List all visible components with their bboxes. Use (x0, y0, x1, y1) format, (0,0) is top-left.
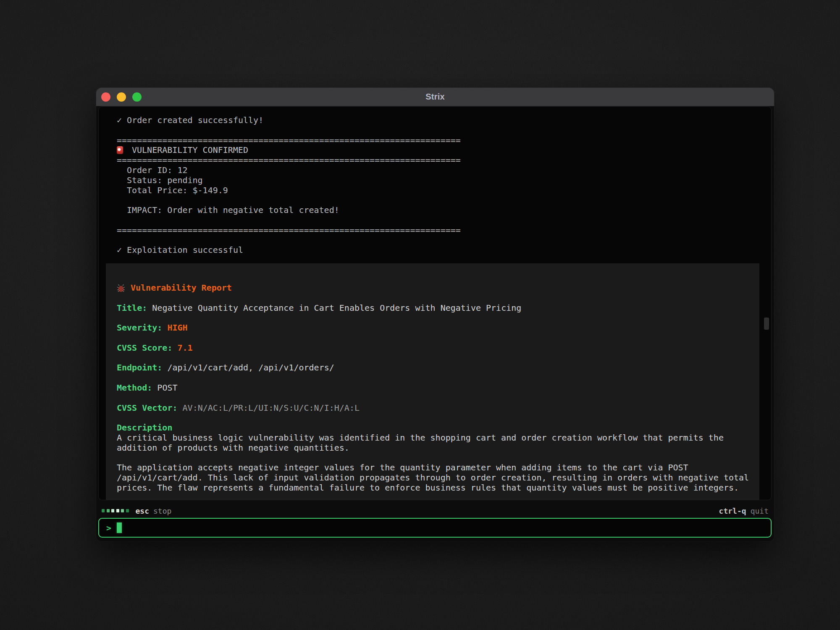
check-icon: ✓ (117, 115, 122, 125)
close-button[interactable] (101, 92, 110, 102)
log-order-created: ✓ Order created successfully! (117, 116, 771, 126)
report-endpoint-row: Endpoint: /api/v1/cart/add, /api/v1/orde… (117, 363, 759, 373)
separator-line: ========================================… (117, 136, 771, 146)
siren-icon (117, 146, 123, 154)
terminal-output[interactable]: ✓ Order created successfully! ==========… (98, 106, 772, 500)
log-order-status: Status: pending (117, 176, 771, 186)
log-impact: IMPACT: Order with negative total create… (117, 205, 771, 215)
minimize-button[interactable] (117, 92, 126, 102)
text-cursor (117, 522, 122, 533)
quit-key-hint: ctrl-q quit (719, 506, 769, 516)
log-order-id: Order ID: 12 (117, 165, 771, 176)
description-paragraph-2: The application accepts negative integer… (117, 463, 752, 493)
log-total-price: Total Price: $-149.9 (117, 186, 771, 196)
strix-window: Strix ✓ Order created successfully! ====… (96, 88, 774, 541)
activity-spinner (102, 509, 129, 512)
quit-key-action: quit (751, 507, 769, 515)
vulnerability-report-panel: Vulnerability Report Title: Negative Qua… (106, 263, 759, 500)
bug-icon (117, 284, 125, 295)
severity-badge: HIGH (167, 323, 187, 333)
cvss-score-value: 7.1 (178, 343, 193, 353)
quit-key-label: ctrl-q (719, 507, 746, 515)
separator-line: ========================================… (117, 155, 771, 165)
report-title-row: Title: Negative Quantity Acceptance in C… (117, 303, 759, 313)
separator-line: ========================================… (117, 226, 771, 236)
stop-key-hint: esc stop (102, 506, 171, 516)
report-cvss-score-row: CVSS Score: 7.1 (117, 343, 759, 353)
zoom-button[interactable] (132, 92, 142, 102)
check-icon: ✓ (117, 245, 122, 255)
report-method-row: Method: POST (117, 383, 759, 393)
esc-key-action: stop (153, 507, 171, 515)
description-paragraph-1: A critical business logic vulnerability … (117, 433, 752, 453)
esc-key-label: esc (136, 507, 150, 515)
titlebar[interactable]: Strix (96, 88, 774, 106)
report-cvss-vector-row: CVSS Vector: AV:N/AC:L/PR:L/UI:N/S:U/C:N… (117, 403, 759, 413)
window-title: Strix (425, 92, 444, 102)
traffic-lights (101, 88, 142, 106)
report-severity-row: Severity: HIGH (117, 323, 759, 333)
description-heading: Description (117, 423, 759, 433)
log-exploitation-success: ✓ Exploitation successful (117, 245, 771, 255)
report-heading: Vulnerability Report (117, 283, 759, 293)
agent-log: ✓ Order created successfully! ==========… (99, 107, 771, 255)
vulnerability-confirmed-heading: VULNERABILITY CONFIRMED (117, 145, 771, 155)
scrollbar-thumb[interactable] (764, 318, 769, 330)
command-input[interactable]: > (98, 518, 772, 538)
prompt-chevron: > (106, 524, 111, 532)
